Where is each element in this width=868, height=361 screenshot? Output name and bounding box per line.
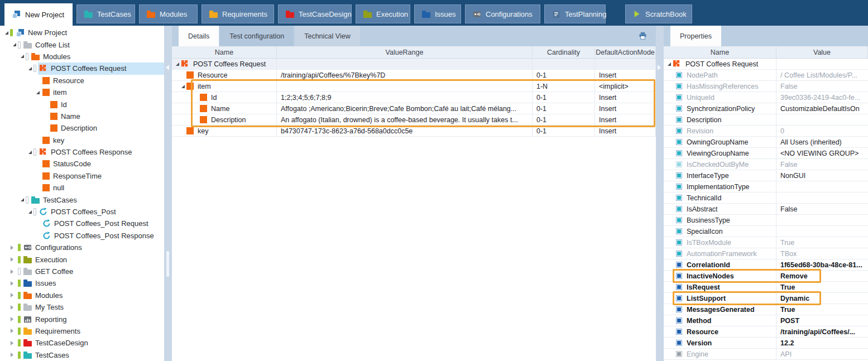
right-splitter[interactable] <box>656 26 664 361</box>
property-row-revision[interactable]: Revision0 <box>664 126 868 137</box>
tree-item-id[interactable]: Id <box>0 98 164 110</box>
property-row-listsupport[interactable]: ListSupportDynamic <box>664 293 868 304</box>
tree-item-testcases[interactable]: TestCases <box>0 349 164 361</box>
collapsed-arrow-icon[interactable] <box>10 269 18 274</box>
collapsed-arrow-icon[interactable] <box>10 317 18 321</box>
details-row-item[interactable]: item1-N<implicit> <box>172 81 656 92</box>
tree-item-statuscode[interactable]: StatusCode <box>0 158 164 170</box>
property-row-correlationid[interactable]: CorrelationId1f65ed68-30ba-48ce-81... <box>664 259 868 271</box>
tree-item-post-coffees-response[interactable]: POST Coffees Response <box>0 146 164 158</box>
tree-item-modules[interactable]: Modules <box>0 51 164 62</box>
property-row-messagesgenerated[interactable]: MessagesGeneratedTrue <box>664 304 868 315</box>
expanded-arrow-icon[interactable] <box>2 31 10 35</box>
tab-testcasedesign[interactable]: TestCaseDesign <box>278 4 352 23</box>
property-row-hasmissingreferences[interactable]: HasMissingReferencesFalse <box>664 81 868 92</box>
tree-item-post-coffees-post[interactable]: POST Coffees_Post <box>0 206 164 218</box>
tab-details[interactable]: Details <box>179 26 219 46</box>
printer-icon[interactable] <box>639 32 647 42</box>
details-row-key[interactable]: keyb4730747-173c-8623-a76d-568a0dcc0c5e0… <box>172 126 656 137</box>
expanded-arrow-icon[interactable] <box>33 91 41 94</box>
expanded-arrow-icon[interactable] <box>26 67 33 70</box>
tree-item-modules[interactable]: Modules <box>0 290 164 301</box>
column-header-cardinality[interactable]: Cardinality <box>533 46 595 58</box>
tab-configurations[interactable]: Configurations <box>465 4 540 23</box>
tree-item-item[interactable]: item <box>0 86 164 98</box>
property-row-businesstype[interactable]: BusinessType <box>664 215 868 226</box>
collapsed-arrow-icon[interactable] <box>10 305 18 310</box>
tree-item-testcasedesign[interactable]: TestCaseDesign <box>0 337 164 349</box>
property-row-viewinggroupname[interactable]: ViewingGroupName<NO VIEWING GROUP> <box>664 148 868 159</box>
property-row-isrequest[interactable]: IsRequestTrue <box>664 282 868 293</box>
property-row-technicalid[interactable]: TechnicalId <box>664 192 868 204</box>
property-row-owninggroupname[interactable]: OwningGroupNameAll Users (inherited) <box>664 137 868 148</box>
collapsed-arrow-icon[interactable] <box>10 246 18 250</box>
property-row-implementationtype[interactable]: ImplementationType <box>664 181 868 192</box>
tab-execution[interactable]: Execution <box>356 4 410 23</box>
tree-item-coffee-list[interactable]: Coffee List <box>0 38 164 50</box>
tree-item-reporting[interactable]: Reporting <box>0 313 164 325</box>
tab-scratchbook[interactable]: ScratchBook <box>625 4 692 23</box>
column-header-name[interactable]: Name <box>664 46 776 58</box>
tab-requirements[interactable]: Requirements <box>202 4 274 23</box>
expanded-arrow-icon[interactable] <box>179 85 186 88</box>
tree-scrollbar-thumb[interactable] <box>166 251 169 277</box>
tab-technical-view[interactable]: Technical View <box>295 26 359 46</box>
column-header-defaultactionmode[interactable]: DefaultActionMode <box>595 46 656 58</box>
tab-testplanning[interactable]: TestPlanning <box>544 4 606 23</box>
tree-item-responsetime[interactable]: ResponseTime <box>0 170 164 182</box>
tree-item-key[interactable]: key <box>0 134 164 146</box>
property-row-uniqueid[interactable]: UniqueId39ec0336-2419-4ac0-fe... <box>664 92 868 103</box>
property-row-ischeckedoutbyme[interactable]: IsCheckedOutByMeFalse <box>664 159 868 170</box>
tree-item-requirements[interactable]: Requirements <box>0 325 164 337</box>
details-row-resource[interactable]: Resource/training/api/Coffees/%7Bkey%7D0… <box>172 70 656 81</box>
tree-item-post-coffees-post-response[interactable]: POST Coffees_Post Response <box>0 230 164 242</box>
collapsed-arrow-icon[interactable] <box>10 341 18 345</box>
expanded-arrow-icon[interactable] <box>10 43 18 46</box>
property-row-resource[interactable]: Resource/training/api/Coffees/... <box>664 326 868 338</box>
property-row-specialicon[interactable]: SpecialIcon <box>664 226 868 237</box>
details-row-name[interactable]: NameAffogato ;Americano;Bicerin;Breve;Ca… <box>172 103 656 114</box>
collapsed-arrow-icon[interactable] <box>10 281 18 286</box>
expanded-arrow-icon[interactable] <box>18 55 26 58</box>
tab-modules[interactable]: Modules <box>139 4 198 23</box>
tree-item-new-project[interactable]: New Project <box>0 27 164 38</box>
collapsed-arrow-icon[interactable] <box>10 329 18 333</box>
property-row-istboxmodule[interactable]: IsTBoxModuleTrue <box>664 237 868 248</box>
left-splitter[interactable] <box>164 26 172 361</box>
property-row-synchronizationpolicy[interactable]: SynchronizationPolicyCustomizableDefault… <box>664 103 868 114</box>
expanded-arrow-icon[interactable] <box>665 62 673 66</box>
tree-item-configurations[interactable]: Configurations <box>0 242 164 253</box>
details-row-post-coffees-request[interactable]: POST Coffees Request <box>172 59 656 70</box>
details-row-description[interactable]: DescriptionAn affogato (Italian, drowned… <box>172 114 656 126</box>
tab-issues[interactable]: Issues <box>414 4 461 23</box>
tree-item-issues[interactable]: Issues <box>0 277 164 289</box>
collapsed-arrow-icon[interactable] <box>10 257 18 262</box>
tree-item-execution[interactable]: Execution <box>0 253 164 265</box>
expanded-arrow-icon[interactable] <box>18 198 26 201</box>
collapse-left-icon[interactable] <box>166 65 169 70</box>
column-header-valuerange[interactable]: ValueRange <box>277 46 533 58</box>
collapsed-arrow-icon[interactable] <box>10 293 18 297</box>
expanded-arrow-icon[interactable] <box>173 62 181 66</box>
tree-item-name[interactable]: Name <box>0 110 164 122</box>
collapse-right-icon[interactable] <box>658 65 661 70</box>
property-row-engine[interactable]: EngineAPI <box>664 349 868 360</box>
property-row-description[interactable]: Description <box>664 114 868 126</box>
tab-test-configuration[interactable]: Test configuration <box>220 26 294 46</box>
tree-item-description[interactable]: Description <box>0 122 164 134</box>
expanded-arrow-icon[interactable] <box>26 210 33 214</box>
tab-new-project[interactable]: New Project× <box>4 3 73 26</box>
property-row-version[interactable]: Version12.2 <box>664 338 868 349</box>
tree-item-my-tests[interactable]: My Tests <box>0 301 164 313</box>
tab-properties[interactable]: Properties <box>670 26 721 46</box>
property-row-nodepath[interactable]: NodePath/ Coffee List/Modules/P... <box>664 70 868 81</box>
property-row-method[interactable]: MethodPOST <box>664 315 868 326</box>
property-row-interfacetype[interactable]: InterfaceTypeNonGUI <box>664 170 868 181</box>
property-row-inactivenodes[interactable]: InactiveNodesRemove <box>664 271 868 282</box>
column-header-value[interactable]: Value <box>776 46 868 58</box>
tree-item-get-coffee[interactable]: GET Coffee <box>0 266 164 277</box>
tree-item-post-coffees-request[interactable]: POST Coffees Request <box>0 62 164 74</box>
tree-item-post-coffees-post-request[interactable]: POST Coffees_Post Request <box>0 218 164 229</box>
property-row-automationframework[interactable]: AutomationFrameworkTBox <box>664 248 868 259</box>
collapsed-arrow-icon[interactable] <box>10 353 18 357</box>
